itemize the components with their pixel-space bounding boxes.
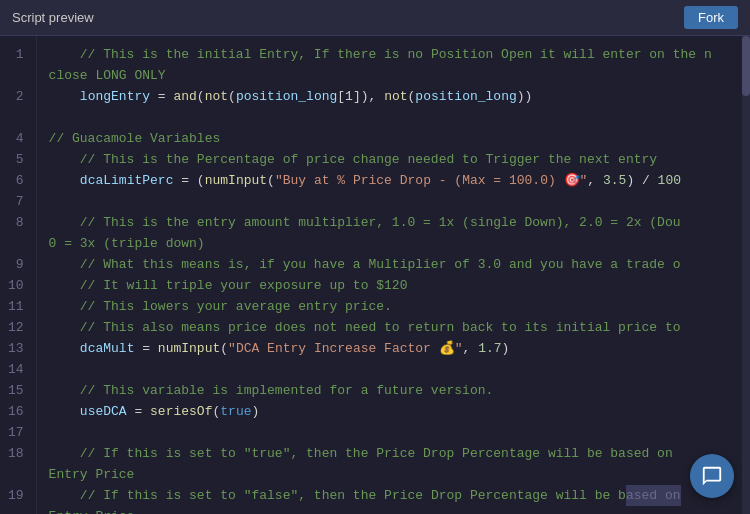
code-line-18: // If this is set to "true", then the Pr…	[49, 443, 750, 464]
line-num-11: 11	[8, 296, 24, 317]
line-num-1: 1	[8, 44, 24, 65]
line-num-10: 10	[8, 275, 24, 296]
chat-bubble-button[interactable]	[690, 454, 734, 498]
code-line-4: // Guacamole Variables	[49, 128, 750, 149]
code-line-5: // This is the Percentage of price chang…	[49, 149, 750, 170]
line-num-8: 8	[8, 212, 24, 233]
code-line-12: // This also means price does not need t…	[49, 317, 750, 338]
code-line-6: dcaLimitPerc = (numInput("Buy at % Price…	[49, 170, 750, 191]
line-numbers: 1 2 4 5 6 7 8 9 10 11 12 13 14 15 16 17 …	[0, 36, 37, 514]
line-num-12: 12	[8, 317, 24, 338]
code-line-19: // If this is set to "false", then the P…	[49, 485, 750, 506]
line-num-16: 16	[8, 401, 24, 422]
code-line-1b: close LONG ONLY	[49, 65, 750, 86]
header-bar: Script preview Fork	[0, 0, 750, 36]
code-line-1: // This is the initial Entry, If there i…	[49, 44, 750, 65]
scrollbar[interactable]	[742, 36, 750, 514]
line-num-8b	[8, 233, 24, 254]
code-line-8: // This is the entry amount multiplier, …	[49, 212, 750, 233]
code-line-17	[49, 422, 750, 443]
code-line-2: longEntry = and(not(position_long[1]), n…	[49, 86, 750, 107]
code-line-3	[49, 107, 750, 128]
line-num-7: 7	[8, 191, 24, 212]
chat-icon	[701, 465, 723, 487]
code-container: 1 2 4 5 6 7 8 9 10 11 12 13 14 15 16 17 …	[0, 36, 750, 514]
fork-button[interactable]: Fork	[684, 6, 738, 29]
line-num-19: 19	[8, 485, 24, 506]
line-num-4: 4	[8, 128, 24, 149]
code-line-14	[49, 359, 750, 380]
line-num-9: 9	[8, 254, 24, 275]
line-num-18: 18	[8, 443, 24, 464]
code-line-10: // It will triple your exposure up to $1…	[49, 275, 750, 296]
line-num-2: 2	[8, 86, 24, 107]
line-num-18b	[8, 464, 24, 485]
scrollbar-thumb[interactable]	[742, 36, 750, 96]
code-line-7	[49, 191, 750, 212]
line-num-6: 6	[8, 170, 24, 191]
line-num-1b	[8, 65, 24, 86]
line-num-19b	[8, 506, 24, 514]
line-num-17: 17	[8, 422, 24, 443]
line-num-14: 14	[8, 359, 24, 380]
code-line-18b: Entry Price	[49, 464, 750, 485]
line-num-15: 15	[8, 380, 24, 401]
line-num-5: 5	[8, 149, 24, 170]
code-line-11: // This lowers your average entry price.	[49, 296, 750, 317]
code-line-15: // This variable is implemented for a fu…	[49, 380, 750, 401]
app-window: Script preview Fork 1 2 4 5 6 7 8 9 10 1…	[0, 0, 750, 514]
code-line-9: // What this means is, if you have a Mul…	[49, 254, 750, 275]
code-line-19b: Entry Price	[49, 506, 750, 514]
code-editor[interactable]: // This is the initial Entry, If there i…	[37, 36, 750, 514]
line-num-3	[8, 107, 24, 128]
header-title: Script preview	[12, 10, 94, 25]
code-line-16: useDCA = seriesOf(true)	[49, 401, 750, 422]
line-num-13: 13	[8, 338, 24, 359]
code-line-13: dcaMult = numInput("DCA Entry Increase F…	[49, 338, 750, 359]
code-line-8b: 0 = 3x (triple down)	[49, 233, 750, 254]
